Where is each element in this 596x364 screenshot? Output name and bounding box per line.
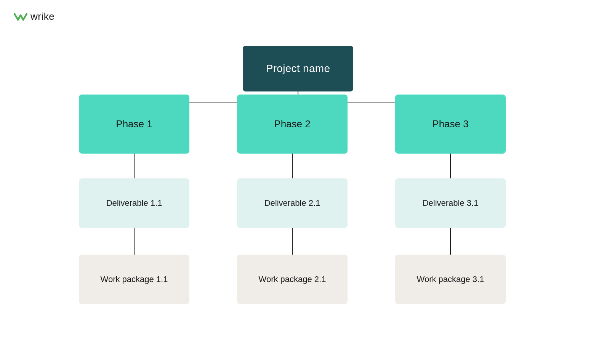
workpackage-2-label: Work package 2.1 [259, 274, 326, 284]
deliverable-1-label: Deliverable 1.1 [106, 198, 162, 208]
phase-1-label: Phase 1 [116, 118, 152, 130]
phase-1-node: Phase 1 [79, 95, 189, 154]
workpackage-1-node: Work package 1.1 [79, 255, 189, 304]
project-label: Project name [266, 63, 330, 75]
workpackage-2-node: Work package 2.1 [237, 255, 348, 304]
phase-2-node: Phase 2 [237, 95, 348, 154]
phase-2-label: Phase 2 [274, 118, 310, 130]
phase-3-label: Phase 3 [432, 118, 468, 130]
deliverable-1-node: Deliverable 1.1 [79, 178, 189, 228]
deliverable-3-label: Deliverable 3.1 [423, 198, 479, 208]
phase-3-node: Phase 3 [395, 95, 506, 154]
workpackage-3-label: Work package 3.1 [417, 274, 484, 284]
deliverable-2-node: Deliverable 2.1 [237, 178, 348, 228]
workpackage-3-node: Work package 3.1 [395, 255, 506, 304]
wrike-logo-icon [14, 11, 27, 22]
deliverable-2-label: Deliverable 2.1 [264, 198, 320, 208]
project-node: Project name [243, 46, 353, 91]
logo-text: wrike [30, 11, 54, 22]
workpackage-1-label: Work package 1.1 [101, 274, 168, 284]
logo: wrike [14, 11, 54, 22]
deliverable-3-node: Deliverable 3.1 [395, 178, 506, 228]
